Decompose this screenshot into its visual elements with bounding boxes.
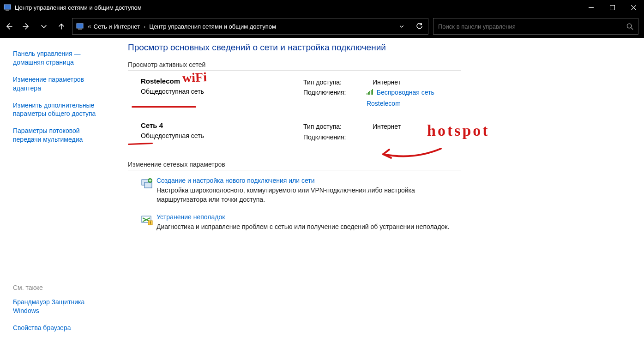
option-new-connection: Создание и настройка нового подключения … [128, 177, 461, 204]
window-title: Центр управления сетями и общим доступом [15, 4, 142, 11]
forward-button[interactable] [18, 18, 35, 35]
refresh-button[interactable] [410, 18, 428, 34]
svg-rect-9 [78, 29, 82, 30]
connection-link[interactable]: Беспроводная сеть Rostelecom [367, 89, 434, 107]
sidebar: Панель управления — домашняя страница Из… [0, 38, 118, 337]
option-troubleshoot: Устранение неполадок Диагностика и испра… [128, 213, 461, 232]
svg-rect-18 [144, 182, 152, 188]
new-connection-icon [141, 177, 156, 204]
maximize-button[interactable] [602, 0, 623, 15]
troubleshoot-icon [141, 213, 156, 232]
svg-rect-15 [371, 90, 372, 95]
annotation-underline-2 [128, 143, 153, 145]
svg-rect-13 [368, 92, 369, 95]
option-desc: Настройка широкополосного, коммутируемог… [156, 186, 461, 204]
connections-label: Подключения: [303, 87, 367, 108]
content-area: Просмотр основных сведений о сети и наст… [118, 38, 644, 337]
wifi-signal-icon [367, 87, 373, 97]
close-button[interactable] [623, 0, 644, 15]
network-block: Сеть 4 Общедоступная сеть Тип доступа: И… [128, 121, 461, 142]
navbar: « Сеть и Интернет › Центр управления сет… [0, 15, 644, 38]
up-button[interactable] [53, 18, 70, 35]
sidebar-link-home[interactable]: Панель управления — домашняя страница [13, 49, 108, 67]
access-type-label: Тип доступа: [303, 77, 373, 87]
connections-label: Подключения: [303, 132, 373, 142]
svg-rect-16 [372, 89, 373, 95]
titlebar: Центр управления сетями и общим доступом [0, 0, 644, 15]
sidebar-link-media-streaming[interactable]: Параметры потоковой передачи мультимедиа [13, 126, 108, 144]
search-box[interactable] [433, 18, 638, 35]
breadcrumb-separator: › [144, 23, 145, 30]
option-link[interactable]: Создание и настройка нового подключения … [156, 177, 314, 184]
window-controls [580, 0, 644, 15]
app-icon [4, 4, 11, 11]
svg-point-10 [627, 24, 631, 28]
change-settings-header: Изменение сетевых параметров [128, 161, 461, 170]
search-icon[interactable] [621, 23, 638, 30]
page-title: Просмотр основных сведений о сети и наст… [128, 42, 638, 53]
minimize-button[interactable] [580, 0, 602, 15]
address-dropdown[interactable] [393, 18, 410, 34]
address-prefix: « [88, 23, 91, 30]
option-desc: Диагностика и исправление проблем с сеть… [156, 223, 461, 232]
sidebar-link-adapter-settings[interactable]: Изменение параметров адаптера [13, 75, 108, 93]
network-name: Сеть 4 [141, 121, 303, 129]
svg-rect-1 [6, 10, 9, 11]
sidebar-link-browser-props[interactable]: Свойства браузера [13, 324, 108, 332]
access-type-value: Интернет [373, 77, 401, 87]
svg-rect-12 [367, 93, 367, 95]
option-link[interactable]: Устранение неполадок [156, 213, 225, 221]
sidebar-link-firewall[interactable]: Брандмауэр Защитника Windows [13, 298, 108, 315]
address-icon [74, 23, 85, 30]
network-category: Общедоступная сеть [141, 88, 303, 95]
network-block: Rostelecom Общедоступная сеть Тип доступ… [128, 77, 461, 108]
search-input[interactable] [433, 23, 621, 30]
breadcrumb-part-2[interactable]: Центр управления сетями и общим доступом [149, 23, 276, 30]
active-networks-header: Просмотр активных сетей [128, 61, 461, 71]
recent-dropdown[interactable] [35, 18, 53, 35]
svg-line-11 [631, 27, 632, 29]
network-category: Общедоступная сеть [141, 132, 303, 139]
network-name: Rostelecom [141, 77, 303, 85]
svg-rect-3 [610, 5, 614, 10]
access-type-label: Тип доступа: [303, 121, 373, 132]
svg-rect-8 [77, 24, 83, 28]
breadcrumb-part-1[interactable]: Сеть и Интернет [94, 23, 140, 30]
svg-rect-14 [369, 91, 370, 95]
see-also-label: См. также [13, 284, 108, 291]
access-type-value: Интернет [373, 121, 401, 132]
svg-rect-0 [4, 5, 11, 9]
back-button[interactable] [0, 18, 18, 35]
annotation-arrow [376, 144, 445, 162]
sidebar-link-advanced-sharing[interactable]: Изменить дополнительные параметры общего… [13, 101, 108, 119]
address-bar[interactable]: « Сеть и Интернет › Центр управления сет… [72, 18, 428, 35]
